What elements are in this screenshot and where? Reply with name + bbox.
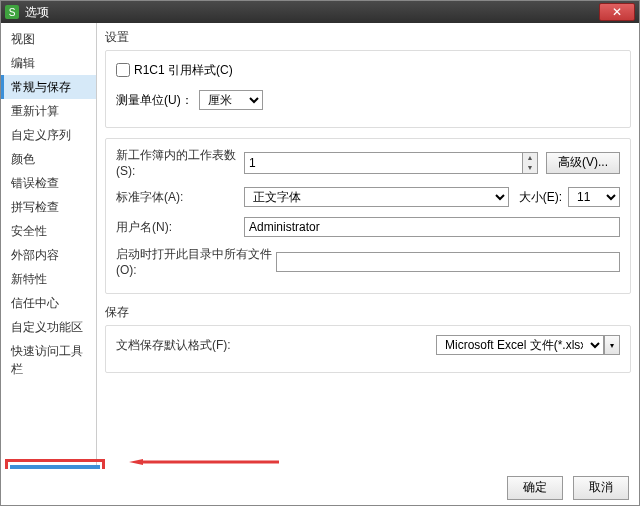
settings-group-label: 设置 [105, 29, 631, 46]
startup-input[interactable] [276, 252, 620, 272]
dialog-body: 视图 编辑 常规与保存 重新计算 自定义序列 颜色 错误检查 拼写检查 安全性 … [1, 23, 639, 469]
close-button[interactable]: ✕ [599, 3, 635, 21]
unit-select[interactable]: 厘米 [199, 90, 263, 110]
sheets-spin-buttons[interactable]: ▲▼ [522, 152, 538, 174]
options-dialog: S 选项 ✕ 视图 编辑 常规与保存 重新计算 自定义序列 颜色 错误检查 拼写… [0, 0, 640, 506]
font-label: 标准字体(A): [116, 189, 244, 206]
r1c1-checkbox[interactable] [116, 63, 130, 77]
size-select[interactable]: 11 [568, 187, 620, 207]
sidebar-item-color[interactable]: 颜色 [1, 147, 96, 171]
sidebar-item-error-check[interactable]: 错误检查 [1, 171, 96, 195]
unit-label: 测量单位(U)： [116, 92, 193, 109]
settings-group: R1C1 引用样式(C) 测量单位(U)： 厘米 [105, 50, 631, 128]
close-icon: ✕ [612, 5, 622, 19]
sidebar-item-external[interactable]: 外部内容 [1, 243, 96, 267]
dialog-footer: 确定 取消 [1, 469, 639, 505]
save-group-label: 保存 [105, 304, 631, 321]
size-label: 大小(E): [519, 189, 562, 206]
startup-label: 启动时打开此目录中所有文件(O): [116, 246, 276, 277]
advanced-button[interactable]: 高级(V)... [546, 152, 620, 174]
sheets-input[interactable] [244, 152, 522, 174]
sidebar: 视图 编辑 常规与保存 重新计算 自定义序列 颜色 错误检查 拼写检查 安全性 … [1, 23, 97, 469]
font-select[interactable]: 正文字体 [244, 187, 509, 207]
sidebar-item-trust-center[interactable]: 信任中心 [1, 291, 96, 315]
sidebar-item-spell-check[interactable]: 拼写检查 [1, 195, 96, 219]
sidebar-item-edit[interactable]: 编辑 [1, 51, 96, 75]
format-extra-button[interactable]: ▾ [604, 335, 620, 355]
cancel-button[interactable]: 取消 [573, 476, 629, 500]
app-icon: S [5, 5, 19, 19]
format-label: 文档保存默认格式(F): [116, 337, 244, 354]
sidebar-item-view[interactable]: 视图 [1, 27, 96, 51]
content-pane: 设置 R1C1 引用样式(C) 测量单位(U)： 厘米 新工作簿内的工作表数(S… [97, 23, 639, 469]
ok-button[interactable]: 确定 [507, 476, 563, 500]
save-group: 文档保存默认格式(F): Microsoft Excel 文件(*.xlsx) … [105, 325, 631, 373]
sidebar-item-custom-ribbon[interactable]: 自定义功能区 [1, 315, 96, 339]
username-input[interactable] [244, 217, 620, 237]
workbook-group: 新工作簿内的工作表数(S): ▲▼ 高级(V)... 标准字体(A): 正文字体… [105, 138, 631, 294]
sidebar-item-recalc[interactable]: 重新计算 [1, 99, 96, 123]
sidebar-item-security[interactable]: 安全性 [1, 219, 96, 243]
window-title: 选项 [25, 4, 599, 21]
sheets-label: 新工作簿内的工作表数(S): [116, 147, 244, 178]
sidebar-item-quick-access[interactable]: 快速访问工具栏 [1, 339, 96, 381]
chevron-up-icon: ▲ [523, 153, 537, 163]
sidebar-item-custom-lists[interactable]: 自定义序列 [1, 123, 96, 147]
format-select[interactable]: Microsoft Excel 文件(*.xlsx) [436, 335, 604, 355]
r1c1-label: R1C1 引用样式(C) [134, 62, 233, 79]
sheets-spinner: ▲▼ [244, 152, 538, 174]
username-label: 用户名(N): [116, 219, 244, 236]
titlebar: S 选项 ✕ [1, 1, 639, 23]
chevron-down-icon: ▼ [523, 163, 537, 173]
sidebar-item-new-features[interactable]: 新特性 [1, 267, 96, 291]
sidebar-item-general-save[interactable]: 常规与保存 [1, 75, 96, 99]
